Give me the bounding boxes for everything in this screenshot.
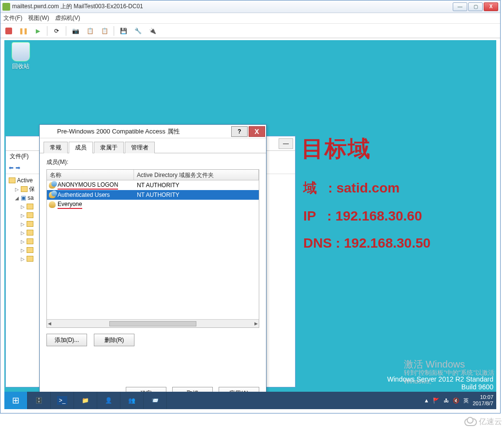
properties-dialog: Pre-Windows 2000 Compatible Access 属性 ? … [39,124,267,405]
site-watermark: 亿速云 [464,417,502,427]
table-row[interactable]: Authenticated UsersNT AUTHORITY [47,190,259,200]
members-table[interactable]: 名称 Active Directory 域服务文件夹 ANONYMOUS LOG… [46,169,259,328]
tray-up-icon[interactable]: ▲ [424,398,429,403]
expand-icon[interactable]: ▷ [20,230,25,236]
overlay-dns: DNS : 192.168.30.50 [303,232,430,255]
tray-ime[interactable]: 英 [463,397,469,404]
recycle-bin-icon [12,42,30,61]
table-row[interactable]: ANONYMOUS LOGONNT AUTHORITY [47,180,259,190]
ad-menu-file[interactable]: 文件(F) [10,152,29,161]
tool-icon[interactable]: 📋 [85,26,95,36]
folder-icon [9,177,15,183]
expand-icon[interactable]: ▷ [20,204,25,209]
close-button[interactable]: X [484,2,498,11]
toolbar-separator [66,26,66,36]
os-version: Windows Server 2012 R2 Standard Build 96… [387,375,493,391]
folder-icon [27,212,33,218]
vm-toolbar: ❚❚ ▶ ⟳ 📷 📋 📋 💾 🔧 🔌 [0,24,500,38]
tool-icon[interactable]: 📋 [99,26,110,36]
expand-icon[interactable]: ▷ [15,187,19,192]
refresh-button[interactable]: ⟳ [51,26,62,36]
tool-icon[interactable]: 🔌 [147,26,158,36]
overlay-domain: 域 : satid.com [303,177,400,200]
dialog-titlebar[interactable]: Pre-Windows 2000 Compatible Access 属性 ? … [40,125,266,138]
menu-file[interactable]: 文件(F) [3,14,22,22]
nav-fwd-icon[interactable]: ➡ [15,164,20,171]
taskbar-server-manager[interactable]: 🗄️ [28,392,51,409]
folder-icon [27,230,33,236]
vm-viewer-window: mailtest.pwrd.com 上的 MailTest003-Ex2016-… [0,0,501,413]
table-row[interactable]: Everyone [47,200,259,209]
tab-members[interactable]: 成员 [69,142,93,153]
folder-icon [27,204,33,209]
remove-button[interactable]: 删除(R) [94,334,134,346]
user-icon [49,192,56,198]
member-folder: NT AUTHORITY [134,182,259,189]
nav-back-icon[interactable]: ⬅ [9,164,14,171]
cloud-icon [464,418,477,426]
help-button[interactable]: ? [231,126,248,137]
column-folder[interactable]: Active Directory 域服务文件夹 [134,170,259,180]
minimize-button[interactable]: — [453,2,467,11]
tree-node[interactable]: sa [28,194,34,201]
expand-icon[interactable]: ▷ [20,221,25,227]
stop-button[interactable] [3,26,14,36]
expand-icon[interactable]: ▷ [20,248,25,253]
pause-button[interactable]: ❚❚ [18,26,29,36]
folder-icon [27,247,33,253]
taskbar[interactable]: ⊞ 🗄️ >_ 📁 👤 👥 📨 ▲ 🚩 🖧 🔇 英 10:07 2017/8/7 [4,392,496,409]
tool-icon[interactable]: 💾 [118,26,129,36]
member-name: Everyone [58,201,82,209]
taskbar-powershell[interactable]: >_ [51,392,74,409]
member-folder: NT AUTHORITY [134,192,259,198]
tab-memberof[interactable]: 隶属于 [94,142,124,153]
user-icon [49,201,56,208]
members-label: 成员(M): [46,158,259,166]
taskbar-app-icon[interactable]: 👤 [97,392,120,409]
start-button[interactable]: ⊞ [4,392,28,409]
overlay-ip: IP : 192.168.30.60 [303,205,422,228]
column-name[interactable]: 名称 [47,170,134,180]
ad-min-button[interactable]: — [279,138,293,149]
expand-icon[interactable]: ▷ [20,256,25,262]
folder-icon [27,221,33,227]
recycle-bin[interactable]: 回收站 [7,42,34,71]
menu-view[interactable]: 视图(W) [28,14,49,22]
scroll-right-icon[interactable]: ▶ [254,321,258,326]
user-icon [49,182,56,189]
taskbar-app-icon[interactable]: 📨 [144,392,167,409]
horizontal-scrollbar[interactable]: ◀ ▶ [47,319,259,327]
expand-icon[interactable]: ▷ [20,213,25,218]
tool-icon[interactable]: 📷 [70,26,81,36]
add-button[interactable]: 添加(D)... [46,334,87,346]
tray-sound-icon[interactable]: 🔇 [453,398,460,404]
folder-icon [27,238,33,244]
scroll-thumb[interactable] [109,321,196,326]
maximize-button[interactable]: ▢ [468,2,483,11]
folder-icon [27,256,33,262]
guest-desktop[interactable]: 回收站 ▢ X 本地域 本地域 本地域 本地域 本地域 本地域 本地域 本地域 … [0,38,500,413]
toolbar-separator [47,26,47,36]
tree-node[interactable]: 保 [29,185,35,193]
menu-vm[interactable]: 虚拟机(V) [55,14,80,22]
tray-clock[interactable]: 10:07 2017/8/7 [473,394,493,407]
expand-icon[interactable]: ▷ [20,239,25,244]
tab-managedby[interactable]: 管理者 [125,142,155,153]
tab-general[interactable]: 常规 [44,142,68,153]
tray-flag-icon[interactable]: 🚩 [433,398,440,404]
overlay-header: 目标域 [301,134,371,164]
vm-titlebar[interactable]: mailtest.pwrd.com 上的 MailTest003-Ex2016-… [0,0,500,13]
toolbar-separator [114,26,114,36]
tool-icon[interactable]: 🔧 [133,26,143,36]
member-name: ANONYMOUS LOGON [58,181,118,190]
system-tray[interactable]: ▲ 🚩 🖧 🔇 英 10:07 2017/8/7 [421,394,496,407]
taskbar-app-icon[interactable]: 👥 [120,392,144,409]
tray-network-icon[interactable]: 🖧 [444,398,449,403]
dialog-close-button[interactable]: X [249,126,265,137]
collapse-icon[interactable]: ◢ [15,195,19,201]
scroll-left-icon[interactable]: ◀ [48,321,51,326]
play-button[interactable]: ▶ [32,26,43,36]
taskbar-explorer[interactable]: 📁 [74,392,97,409]
folder-icon [21,186,28,192]
tree-root[interactable]: Active [17,177,33,184]
